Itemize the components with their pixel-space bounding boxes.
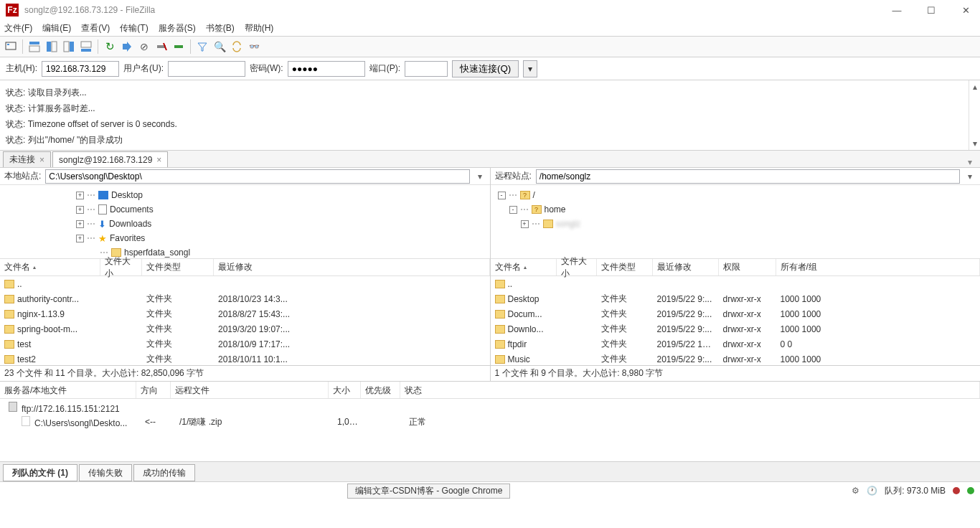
quickconnect-dropdown[interactable]: ▾ (523, 60, 537, 77)
tree-node[interactable]: +⋯Desktop (4, 188, 486, 202)
qcol-server[interactable]: 服务器/本地文件 (0, 382, 136, 398)
menu-server[interactable]: 服务器(S) (159, 22, 196, 34)
compare-button[interactable]: 🔍 (212, 39, 227, 55)
qtab-success[interactable]: 成功的传输 (133, 464, 195, 481)
close-icon[interactable]: × (39, 155, 44, 165)
user-input[interactable] (168, 61, 245, 77)
host-input[interactable] (42, 61, 119, 77)
cancel-button[interactable]: ⊘ (136, 39, 152, 55)
queue-file-row[interactable]: C:\Users\songl\Deskto... <-- /1/璐嗛 .zip … (4, 415, 976, 429)
list-item[interactable]: Docum...文件夹2019/5/22 9:...drwxr-xr-x1000… (491, 306, 981, 321)
tree-node[interactable]: +⋯Documents (4, 202, 486, 217)
list-item[interactable]: test2文件夹2018/10/11 10:1... (0, 352, 490, 365)
qcol-size[interactable]: 大小 (329, 382, 361, 398)
minimize-button[interactable]: — (888, 5, 905, 16)
list-item[interactable]: .. (0, 276, 490, 291)
col-permissions[interactable]: 权限 (719, 259, 776, 275)
col-modified[interactable]: 最近修改 (214, 259, 490, 275)
expand-icon[interactable]: - (509, 206, 517, 214)
remote-tree[interactable]: -⋯?/-⋯?home+⋯songlz (491, 185, 981, 259)
menu-file[interactable]: 文件(F) (4, 22, 32, 34)
process-queue-button[interactable] (119, 39, 135, 55)
toggle-local-tree-button[interactable] (44, 39, 60, 55)
filter-button[interactable] (194, 39, 210, 55)
refresh-button[interactable]: ↻ (102, 39, 118, 55)
chevron-down-icon[interactable]: ▾ (474, 171, 486, 182)
qtab-failed[interactable]: 传输失败 (79, 464, 132, 481)
qcol-remote-file[interactable]: 远程文件 (171, 382, 329, 398)
list-item[interactable]: Downlo...文件夹2019/5/22 9:...drwxr-xr-x100… (491, 321, 981, 336)
close-button[interactable]: ✕ (957, 5, 974, 16)
tree-node[interactable]: +⋯⬇Downloads (4, 217, 486, 231)
local-tree[interactable]: +⋯Desktop+⋯Documents+⋯⬇Downloads+⋯★Favor… (0, 185, 490, 259)
sync-button[interactable] (229, 39, 245, 55)
list-item[interactable]: .. (491, 276, 981, 291)
expand-icon[interactable]: + (521, 220, 529, 228)
tree-node[interactable]: -⋯?home (495, 202, 976, 217)
remote-file-list[interactable]: ..Desktop文件夹2019/5/22 9:...drwxr-xr-x100… (491, 276, 981, 365)
remote-path-input[interactable] (536, 169, 960, 184)
maximize-button[interactable]: ☐ (923, 5, 940, 16)
list-item[interactable]: authority-contr...文件夹2018/10/23 14:3... (0, 291, 490, 306)
tree-node[interactable]: +⋯★Favorites (4, 231, 486, 245)
expand-icon[interactable]: + (76, 192, 84, 199)
tree-label: Downloads (109, 219, 151, 229)
scroll-down-icon[interactable]: ▾ (973, 138, 977, 148)
log-panel[interactable]: 状态: 读取目录列表... 状态: 计算服务器时差... 状态: Timezon… (0, 80, 980, 151)
queue-body[interactable]: ftp://172.16.115.151:2121 C:\Users\songl… (0, 399, 980, 461)
queue-server-row[interactable]: ftp://172.16.115.151:2121 (4, 400, 976, 415)
close-icon[interactable]: × (156, 155, 161, 165)
clock-icon[interactable]: 🕐 (867, 486, 877, 496)
qcol-status[interactable]: 状态 (400, 382, 980, 398)
reconnect-button[interactable] (171, 39, 187, 55)
col-name[interactable]: 文件名 ▴ (0, 259, 100, 275)
local-path-input[interactable] (45, 169, 469, 184)
qcol-direction[interactable]: 方向 (136, 382, 171, 398)
tab-not-connected[interactable]: 未连接× (3, 151, 51, 167)
list-item[interactable]: ftpdir文件夹2019/5/22 10...drwxr-xr-x0 0 (491, 336, 981, 352)
col-size[interactable]: 文件大小 (100, 259, 142, 275)
col-type[interactable]: 文件类型 (142, 259, 214, 275)
menu-view[interactable]: 查看(V) (81, 22, 110, 34)
tree-node[interactable]: -⋯?/ (495, 188, 976, 202)
find-button[interactable]: 👓 (246, 39, 262, 55)
menu-help[interactable]: 帮助(H) (245, 22, 274, 34)
list-item[interactable]: nginx-1.13.9文件夹2018/8/27 15:43:... (0, 306, 490, 321)
tab-connection[interactable]: songlz@192.168.73.129× (52, 151, 168, 167)
toggle-remote-tree-button[interactable] (61, 39, 77, 55)
col-owner[interactable]: 所有者/组 (776, 259, 981, 275)
col-modified[interactable]: 最近修改 (653, 259, 719, 275)
local-file-list[interactable]: ..authority-contr...文件夹2018/10/23 14:3..… (0, 276, 490, 365)
qtab-queued[interactable]: 列队的文件 (1) (3, 464, 77, 481)
tree-node[interactable]: +⋯songlz (495, 217, 976, 231)
menu-bookmarks[interactable]: 书签(B) (206, 22, 235, 34)
sitemanager-button[interactable] (3, 39, 19, 55)
qcol-priority[interactable]: 优先级 (361, 382, 400, 398)
expand-icon[interactable]: + (76, 206, 84, 214)
list-item[interactable]: Desktop文件夹2019/5/22 9:...drwxr-xr-x1000 … (491, 291, 981, 306)
toggle-queue-button[interactable] (78, 39, 94, 55)
scroll-up-icon[interactable]: ▴ (973, 82, 977, 92)
col-size[interactable]: 文件大小 (557, 259, 597, 275)
list-item[interactable]: spring-boot-m...文件夹2019/3/20 19:07:... (0, 321, 490, 336)
quickconnect-button[interactable]: 快速连接(Q) (452, 60, 519, 77)
col-type[interactable]: 文件类型 (597, 259, 653, 275)
expand-icon[interactable]: + (76, 235, 84, 242)
tree-node[interactable]: ⋯hsperfdata_songl (4, 245, 486, 259)
pass-input[interactable] (288, 61, 365, 77)
port-input[interactable] (405, 61, 448, 77)
gear-icon[interactable]: ⚙ (852, 486, 859, 496)
menu-edit[interactable]: 编辑(E) (42, 22, 71, 34)
pass-label: 密码(W): (250, 62, 283, 75)
chevron-down-icon[interactable]: ▾ (964, 171, 976, 182)
host-label: 主机(H): (6, 62, 37, 75)
expand-icon[interactable]: + (76, 220, 84, 228)
disconnect-button[interactable] (154, 39, 169, 55)
list-item[interactable]: test文件夹2018/10/9 17:17:... (0, 336, 490, 352)
col-name[interactable]: 文件名 ▴ (491, 259, 557, 275)
toggle-log-button[interactable] (27, 39, 42, 55)
list-item[interactable]: Music文件夹2019/5/22 9:...drwxr-xr-x1000 10… (491, 352, 981, 365)
expand-icon[interactable]: - (498, 192, 506, 199)
tab-add-button[interactable]: ▾ (963, 157, 977, 167)
menu-transfer[interactable]: 传输(T) (120, 22, 148, 34)
